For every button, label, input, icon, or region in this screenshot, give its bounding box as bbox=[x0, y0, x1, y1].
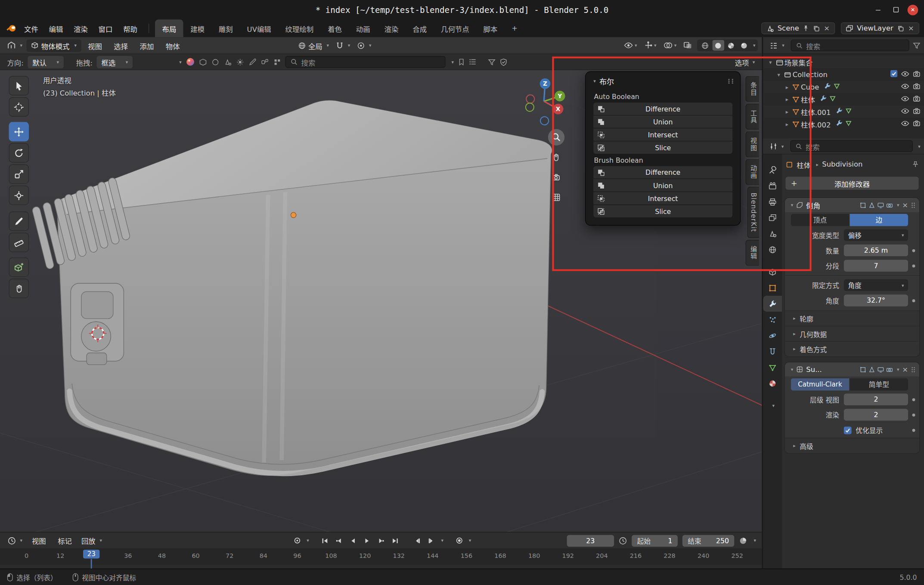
filter-icon[interactable] bbox=[488, 58, 496, 66]
frame-forward-button[interactable] bbox=[425, 535, 437, 546]
breadcrumb-modifier[interactable]: Subdivision bbox=[822, 160, 862, 168]
tab-collection[interactable] bbox=[763, 264, 782, 280]
gizmos-dropdown-button[interactable]: ▾ bbox=[642, 40, 658, 51]
shading-rendered-button[interactable] bbox=[738, 40, 750, 51]
blenderkit-chevron-icon[interactable]: ▾ bbox=[179, 59, 181, 65]
drag-setting-dropdown[interactable]: 框选▾ bbox=[97, 56, 133, 68]
tab-constraints[interactable] bbox=[763, 344, 782, 359]
eye-toggle-icon[interactable] bbox=[901, 71, 909, 79]
tool-interact[interactable] bbox=[9, 279, 29, 298]
next-keyframe-button[interactable] bbox=[375, 535, 388, 546]
outliner-editor-type-button[interactable]: ▾ bbox=[767, 40, 788, 50]
menu-object[interactable]: 物体 bbox=[160, 39, 185, 52]
workspace-tab[interactable]: 脚本 bbox=[476, 19, 505, 37]
outliner-row[interactable]: ▾Collection bbox=[763, 68, 924, 81]
expand-arrow-icon[interactable]: ▸ bbox=[783, 96, 791, 102]
show-on-cage-icon[interactable] bbox=[860, 202, 866, 208]
outliner-item-name[interactable]: 柱体.002 bbox=[801, 119, 831, 129]
keying-set-button[interactable] bbox=[291, 535, 303, 546]
timeline-editor-type-button[interactable]: ▾ bbox=[5, 535, 25, 546]
tool-add-primitive[interactable] bbox=[9, 257, 29, 277]
tool-select-box[interactable] bbox=[9, 76, 29, 96]
bookmark-icon[interactable] bbox=[458, 58, 465, 66]
segments-field[interactable]: 7 bbox=[844, 260, 908, 272]
outliner-item-name[interactable]: Cube bbox=[801, 83, 819, 91]
transform-orientation-dropdown[interactable]: 全局 ▾ bbox=[295, 39, 332, 52]
menu-add[interactable]: 添加 bbox=[134, 39, 159, 52]
tab-physics[interactable] bbox=[763, 328, 782, 344]
affect-vertices-button[interactable]: 顶点 bbox=[791, 214, 849, 226]
overlays-dropdown-button[interactable]: ▾ bbox=[662, 40, 678, 50]
timeline-playback-dropdown[interactable]: 回放▾ bbox=[78, 534, 105, 547]
workspace-tab[interactable]: UV编辑 bbox=[240, 19, 278, 37]
properties-search-input[interactable]: 搜索 bbox=[790, 140, 913, 152]
clock-icon[interactable] bbox=[619, 536, 627, 545]
limit-method-dropdown[interactable]: 角度▾ bbox=[844, 279, 908, 291]
keying-chevron-icon[interactable]: ▾ bbox=[307, 538, 309, 543]
collapse-chevron-icon[interactable]: ▾ bbox=[791, 202, 793, 207]
properties-options-chevron-icon[interactable]: ▾ bbox=[918, 143, 920, 149]
tab-output[interactable] bbox=[763, 194, 782, 210]
grip-dots-icon[interactable] bbox=[911, 366, 915, 373]
menu-file[interactable]: 文件 bbox=[19, 22, 44, 35]
brush-union-button[interactable]: Union bbox=[593, 179, 732, 192]
camera-toggle-icon[interactable] bbox=[913, 120, 921, 129]
tab-scene[interactable] bbox=[763, 226, 782, 241]
viewport-3d[interactable]: 用户透视 (23) Collection | 柱体 Z Y X bbox=[0, 70, 762, 532]
auto-intersect-button[interactable]: Intersect bbox=[593, 128, 732, 141]
subpanel-profile[interactable]: ▸轮廓 bbox=[785, 310, 919, 326]
camera-toggle-icon[interactable] bbox=[913, 70, 921, 79]
play-reverse-button[interactable] bbox=[347, 535, 359, 546]
outliner-row[interactable]: ▸Cube bbox=[763, 81, 924, 93]
extras-chevron-icon[interactable]: ▾ bbox=[897, 367, 899, 372]
modifier-name[interactable]: Su... bbox=[806, 365, 822, 374]
angle-field[interactable]: 32.7° bbox=[844, 294, 908, 306]
navigation-gizmo[interactable]: Z Y X bbox=[513, 76, 578, 132]
grip-dots-icon[interactable] bbox=[911, 202, 915, 208]
timeline-menu-marker[interactable]: 标记 bbox=[53, 534, 78, 547]
outliner-item-name[interactable]: 柱体 bbox=[801, 94, 815, 104]
tab-strip-chevron-icon[interactable]: ▾ bbox=[763, 398, 782, 414]
camera-toggle-icon[interactable] bbox=[913, 107, 921, 116]
blender-logo[interactable] bbox=[5, 24, 19, 32]
axis-negative-x[interactable] bbox=[526, 95, 534, 103]
tab-material[interactable] bbox=[763, 375, 782, 391]
auto-keying-chevron-icon[interactable]: ▾ bbox=[469, 538, 471, 543]
tool-scale[interactable] bbox=[9, 164, 29, 184]
verified-icon[interactable] bbox=[500, 58, 508, 66]
animate-dot[interactable] bbox=[912, 264, 915, 267]
snapping-button[interactable]: ▾ bbox=[333, 40, 353, 50]
playhead-line[interactable] bbox=[91, 559, 92, 569]
affect-edges-button[interactable]: 边 bbox=[850, 214, 908, 226]
outliner-row[interactable]: ▸柱体 bbox=[763, 93, 924, 105]
duplicate-icon[interactable] bbox=[897, 25, 904, 31]
frame-back-button[interactable] bbox=[411, 535, 424, 546]
bevel-panel-header[interactable]: ▾ 倒角 ▾ × bbox=[785, 198, 919, 212]
end-frame-field[interactable]: 结束250 bbox=[682, 535, 734, 546]
workspace-tab[interactable]: 合成 bbox=[406, 19, 434, 37]
menu-view[interactable]: 视图 bbox=[83, 39, 108, 52]
show-realtime-icon[interactable] bbox=[877, 366, 884, 373]
collapse-chevron-icon[interactable]: ▾ bbox=[791, 367, 793, 372]
sidebar-tab[interactable]: 条目 bbox=[745, 76, 759, 102]
options-dropdown[interactable]: 选项▾ bbox=[735, 57, 755, 67]
show-on-cage-icon[interactable] bbox=[860, 366, 866, 373]
subpanel-geometry[interactable]: ▸几何数据 bbox=[785, 326, 919, 341]
pin-icon[interactable] bbox=[912, 161, 919, 168]
timeline-menu-view[interactable]: 视图 bbox=[27, 534, 52, 547]
close-button[interactable]: ✕ bbox=[908, 4, 918, 15]
asset-type-brush-icon[interactable] bbox=[249, 58, 257, 66]
axis-negative-y[interactable] bbox=[526, 103, 534, 111]
grip-dots-icon[interactable] bbox=[727, 78, 734, 84]
pan-hand-button[interactable] bbox=[548, 149, 564, 165]
current-frame-field[interactable]: 23 bbox=[567, 535, 614, 546]
eye-toggle-icon[interactable] bbox=[901, 95, 909, 103]
animate-dot[interactable] bbox=[912, 249, 915, 252]
outliner-item-name[interactable]: 场景集合 bbox=[784, 57, 813, 67]
unlink-scene-icon[interactable]: × bbox=[823, 24, 831, 32]
proportional-editing-button[interactable]: ▾ bbox=[354, 40, 375, 50]
menu-select[interactable]: 选择 bbox=[109, 39, 133, 52]
render-levels-field[interactable]: 2 bbox=[844, 409, 908, 421]
brush-slice-button[interactable]: Slice bbox=[593, 205, 732, 217]
subpanel-shading[interactable]: ▸着色方式 bbox=[785, 341, 919, 356]
